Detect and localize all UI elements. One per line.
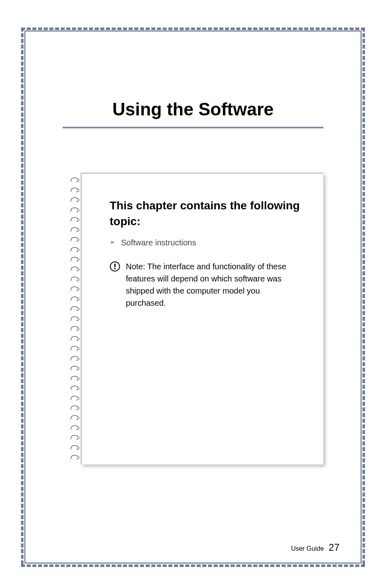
exclamation-icon xyxy=(110,261,120,272)
svg-point-14 xyxy=(78,318,80,320)
page-number: 27 xyxy=(329,542,339,553)
svg-point-27 xyxy=(78,447,80,449)
topic-list-item: Software instructions xyxy=(110,238,307,247)
note-block: Note: The interface and functionality of… xyxy=(110,260,307,309)
svg-point-26 xyxy=(78,437,80,439)
svg-point-31 xyxy=(114,268,116,270)
svg-point-2 xyxy=(78,199,80,201)
note-body: The interface and functionality of these… xyxy=(126,262,286,307)
title-underline xyxy=(63,127,323,128)
note-text: Note: The interface and functionality of… xyxy=(126,260,307,309)
svg-point-19 xyxy=(78,368,80,370)
topic-box-wrapper: This chapter contains the following topi… xyxy=(81,173,323,464)
svg-rect-30 xyxy=(115,264,116,267)
svg-point-4 xyxy=(78,219,80,221)
svg-point-7 xyxy=(78,249,80,251)
svg-point-11 xyxy=(78,288,80,290)
svg-point-12 xyxy=(78,298,80,300)
svg-point-10 xyxy=(78,278,80,280)
svg-point-16 xyxy=(78,338,80,340)
svg-point-28 xyxy=(78,457,80,459)
svg-point-18 xyxy=(78,358,80,360)
svg-point-20 xyxy=(78,377,80,379)
topic-box: This chapter contains the following topi… xyxy=(81,173,323,464)
chapter-title: Using the Software xyxy=(40,99,346,119)
svg-point-25 xyxy=(78,427,80,429)
page-content: Using the Software xyxy=(24,30,362,564)
svg-point-9 xyxy=(78,268,80,271)
svg-point-13 xyxy=(78,308,80,310)
svg-point-3 xyxy=(78,209,80,211)
svg-point-24 xyxy=(78,417,80,419)
svg-point-21 xyxy=(78,388,80,390)
note-label: Note: xyxy=(126,262,145,271)
topic-heading: This chapter contains the following topi… xyxy=(110,198,307,229)
svg-point-22 xyxy=(78,397,80,399)
svg-point-1 xyxy=(78,189,80,191)
svg-point-8 xyxy=(78,258,80,260)
svg-point-6 xyxy=(78,239,80,241)
spiral-binding-decoration xyxy=(70,175,86,462)
footer-label: User Guide xyxy=(291,545,324,552)
svg-point-15 xyxy=(78,328,80,330)
svg-point-5 xyxy=(78,229,80,231)
svg-point-0 xyxy=(78,179,80,181)
topic-list: Software instructions xyxy=(110,238,307,247)
page-footer: User Guide 27 xyxy=(291,542,339,553)
svg-point-23 xyxy=(78,407,80,409)
svg-point-17 xyxy=(78,348,80,350)
